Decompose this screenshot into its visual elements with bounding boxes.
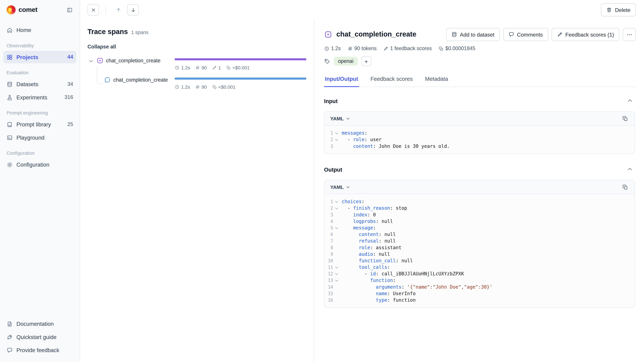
delete-button[interactable]: Delete [601,3,636,16]
sidebar-item-label: Home [16,27,31,33]
comments-button[interactable]: Comments [503,28,548,41]
sidebar-item-count: 316 [64,94,73,100]
topbar: Delete [80,0,644,20]
copy-icon [622,115,628,121]
tab-input-output[interactable]: Input/Output [324,72,359,87]
code-line: 13 function: [327,277,630,284]
sidebar-item-prompt-library[interactable]: Prompt library25 [3,118,76,130]
span-list: chat_completion_create1.2s901<$0.001chat… [88,54,306,92]
next-trace-button[interactable] [127,4,139,15]
clock-icon [174,84,180,89]
feedback-scores-button[interactable]: Feedback scores (1) [552,28,619,41]
stat-text: 1 feedback scores [390,45,432,51]
sidebar-item-experiments[interactable]: Experiments316 [3,91,76,103]
code-line: 2 - role: user [327,136,630,143]
more-actions-button[interactable] [623,28,636,41]
io-section-output: OutputYAML1choices:2 - finish_reason: st… [324,165,635,308]
content: Trace spans 1 spans Collapse all chat_co… [80,20,644,362]
clock-icon [324,46,330,51]
section-collapse-button[interactable] [625,165,635,174]
line-number: 15 [328,290,333,297]
coins-icon [438,46,444,51]
code-block: 1messages:2 - role: user3 content: John … [324,125,634,153]
span-toggle-chevron[interactable] [88,57,94,64]
section-collapse-button[interactable] [625,96,635,106]
code-text: - finish_reason: stop [342,205,407,211]
copy-button[interactable] [620,182,630,192]
add-to-dataset-button[interactable]: Add to dataset [446,28,500,41]
span-row-label: chat_completion_create [88,76,174,89]
fold-chevron[interactable] [335,279,338,282]
span-stats: 1.2s90<$0.001 [174,84,306,89]
fold-spacer [335,239,338,243]
trace-spans-title: Trace spans [88,28,128,36]
sidebar-footer: DocumentationQuickstart guideProvide fee… [0,314,80,362]
line-number: 14 [328,284,333,290]
collapse-all-button[interactable]: Collapse all [88,44,116,50]
sidebar-item-label: Provide feedback [16,347,59,353]
copy-icon [622,184,628,190]
code-line: 11 tool_calls: [327,264,630,271]
code-text: audio: null [342,251,390,257]
sidebar-item-datasets[interactable]: Datasets34 [3,78,76,90]
sidebar-collapse-button[interactable] [64,4,75,15]
trace-actions: Add to dataset Comments Feedback scores … [446,28,636,41]
code-card: YAML1messages:2 - role: user3 content: J… [324,111,635,154]
sidebar-item-home[interactable]: Home [3,24,76,36]
fold-chevron[interactable] [335,131,338,135]
code-line: 8 role: assistant [327,244,630,251]
fold-spacer [335,285,338,289]
copy-button[interactable] [620,113,630,124]
previous-trace-button[interactable] [112,4,124,15]
dataset-icon [451,32,457,37]
close-trace-button[interactable] [88,4,99,15]
stat-text: <$0.001 [232,65,250,70]
sidebar-footer-provide-feedback[interactable]: Provide feedback [3,344,76,356]
section-title: Output [324,166,342,173]
sidebar-section-label: Evaluation [3,64,76,78]
format-label: YAML [330,115,344,121]
playground-icon [6,134,13,141]
fold-chevron[interactable] [335,200,338,203]
format-select[interactable]: YAML [330,115,349,121]
fold-chevron[interactable] [335,266,338,269]
code-card: YAML1choices:2 - finish_reason: stop3 in… [324,180,635,308]
fold-chevron[interactable] [335,206,338,210]
llm-span-icon [324,30,332,38]
fold-chevron[interactable] [335,272,338,276]
line-number: 13 [328,277,333,284]
span-stat-clock: 1.2s [174,84,190,89]
line-number: 10 [328,257,333,264]
sidebar-footer-quickstart-guide[interactable]: Quickstart guide [3,331,76,343]
comments-label: Comments [517,31,543,37]
tab-feedback-scores[interactable]: Feedback scores [370,72,414,87]
format-select[interactable]: YAML [330,184,349,190]
sidebar-item-projects[interactable]: Projects44 [3,51,76,63]
arrow-up-icon [116,7,121,12]
sidebar-item-configuration[interactable]: Configuration [3,158,76,171]
sidebar-section-label: Observability [3,37,76,51]
code-line: 3 index: 0 [327,211,630,218]
add-to-dataset-label: Add to dataset [460,31,494,37]
trash-icon [606,7,612,13]
line-number: 11 [328,264,333,271]
span-duration-bar [174,58,306,60]
sidebar-footer-documentation[interactable]: Documentation [3,318,76,330]
tag-chip-openai[interactable]: openai [334,57,358,66]
code-block: 1choices:2 - finish_reason: stop3 index:… [324,194,634,307]
trace-span-row[interactable]: chat_completion_create1.2s901<$0.001 [88,54,306,73]
trace-detail-panel: chat_completion_create Add to dataset Co… [314,20,644,362]
trace-span-row[interactable]: chat_completion_create1.2s90<$0.001 [88,73,306,92]
sidebar-header: comet [0,0,80,20]
trace-spans-panel: Trace spans 1 spans Collapse all chat_co… [80,20,314,362]
code-line: 1choices: [327,198,630,205]
fold-spacer [335,233,338,236]
trace-stat-hash: 90 tokens [347,45,376,51]
brand[interactable]: comet [6,5,38,14]
fold-chevron[interactable] [335,226,338,229]
tab-metadata[interactable]: Metadata [424,72,449,87]
sidebar-item-playground[interactable]: Playground [3,131,76,144]
pencil-icon [383,46,388,51]
add-tag-button[interactable]: + [361,56,371,66]
fold-chevron[interactable] [335,138,338,141]
